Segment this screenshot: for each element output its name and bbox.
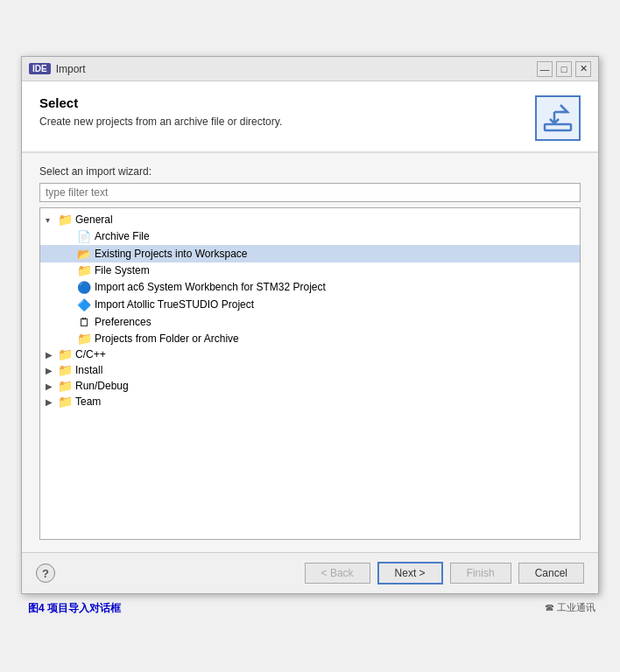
- header-icon: [535, 95, 581, 141]
- expand-icon: ▶: [46, 350, 54, 360]
- figure-caption: 图4 项目导入对话框: [28, 602, 121, 614]
- close-button[interactable]: ✕: [575, 61, 591, 77]
- header-title: Select: [39, 95, 282, 110]
- tree-label: Team: [75, 396, 101, 408]
- ac6-icon: 🔵: [77, 280, 91, 294]
- footer: ? < Back Next > Finish Cancel: [22, 552, 598, 593]
- dialog-title: Import: [56, 63, 532, 75]
- header-text: Select Create new projects from an archi…: [39, 95, 282, 128]
- filter-input[interactable]: [39, 183, 581, 202]
- folder-icon: 📁: [58, 396, 72, 408]
- folder-icon: 📁: [58, 364, 72, 376]
- tree-label: Existing Projects into Workspace: [95, 248, 248, 260]
- tree-label: Import Atollic TrueSTUDIO Project: [95, 298, 254, 311]
- import-svg-icon: [541, 102, 574, 135]
- folder-icon: 📁: [77, 264, 91, 276]
- tree-label: Import ac6 System Workbench for STM32 Pr…: [95, 281, 326, 293]
- workspace-icon: 📂: [77, 247, 91, 261]
- help-button[interactable]: ?: [36, 564, 55, 583]
- folder-icon: 📁: [58, 214, 72, 226]
- next-button[interactable]: Next >: [377, 562, 443, 584]
- main-content: Select an import wizard: ▾ 📁 General 📄 A…: [22, 152, 598, 552]
- window-controls: — □ ✕: [537, 61, 591, 77]
- expand-icon: ▶: [46, 397, 54, 407]
- folder-icon: 📁: [58, 348, 72, 360]
- tree-label: Preferences: [95, 316, 151, 328]
- tree-item-atollic[interactable]: 🔷 Import Atollic TrueSTUDIO Project: [40, 296, 580, 313]
- wizard-label: Select an import wizard:: [39, 165, 581, 178]
- atollic-icon: 🔷: [77, 298, 91, 312]
- header-section: Select Create new projects from an archi…: [22, 81, 598, 152]
- tree-item-cpp[interactable]: ▶ 📁 C/C++: [40, 346, 580, 362]
- ide-badge: IDE: [29, 63, 51, 74]
- tree-item-install[interactable]: ▶ 📁 Install: [40, 362, 580, 378]
- tree-label: General: [75, 214, 113, 226]
- tree-item-archive-file[interactable]: 📄 Archive File: [40, 228, 580, 245]
- tree-label: Projects from Folder or Archive: [95, 332, 239, 345]
- cancel-button[interactable]: Cancel: [518, 563, 584, 584]
- title-bar: IDE Import — □ ✕: [22, 57, 598, 81]
- tree-label: Install: [75, 364, 102, 376]
- expand-icon: ▾: [46, 215, 54, 225]
- tree-item-preferences[interactable]: 🗒 Preferences: [40, 313, 580, 331]
- import-dialog: IDE Import — □ ✕ Select Create new proje…: [21, 56, 599, 594]
- prefs-icon: 🗒: [77, 315, 91, 329]
- tree-label: C/C++: [75, 348, 106, 360]
- folder-icon: 📁: [58, 380, 72, 392]
- tree-item-rundebug[interactable]: ▶ 📁 Run/Debug: [40, 378, 580, 394]
- tree-label: Run/Debug: [75, 380, 129, 392]
- file-icon: 📄: [77, 229, 91, 243]
- expand-icon: ▶: [46, 366, 54, 375]
- tree-item-team[interactable]: ▶ 📁 Team: [40, 394, 580, 410]
- minimize-button[interactable]: —: [537, 61, 553, 77]
- finish-button[interactable]: Finish: [450, 563, 511, 584]
- tree-item-existing-projects[interactable]: 📂 Existing Projects into Workspace: [40, 245, 580, 262]
- expand-icon: ▶: [46, 382, 54, 391]
- header-description: Create new projects from an archive file…: [39, 116, 282, 128]
- watermark: ☎ 工业通讯: [545, 601, 595, 614]
- svg-rect-0: [545, 124, 571, 130]
- tree-item-file-system[interactable]: 📁 File System: [40, 262, 580, 278]
- tree-item-projects-folder[interactable]: 📁 Projects from Folder or Archive: [40, 331, 580, 346]
- folder-icon: 📁: [77, 332, 91, 345]
- tree-label: File System: [95, 264, 150, 276]
- back-button[interactable]: < Back: [305, 563, 370, 584]
- tree-container[interactable]: ▾ 📁 General 📄 Archive File 📂 Existing Pr…: [39, 207, 581, 540]
- tree-item-general[interactable]: ▾ 📁 General: [40, 212, 580, 228]
- tree-label: Archive File: [95, 230, 150, 242]
- maximize-button[interactable]: □: [556, 61, 572, 77]
- tree-item-ac6[interactable]: 🔵 Import ac6 System Workbench for STM32 …: [40, 278, 580, 296]
